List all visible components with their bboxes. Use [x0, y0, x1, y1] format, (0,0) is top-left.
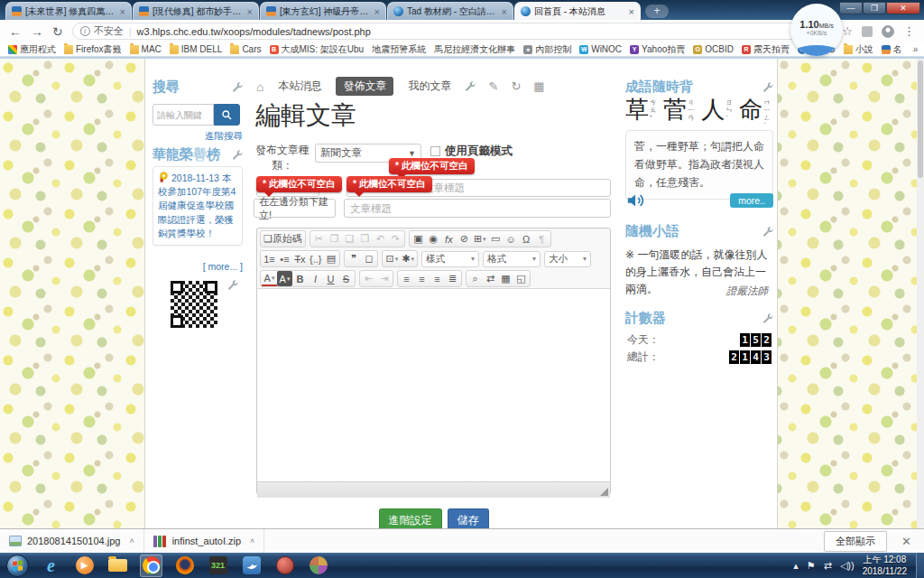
- horizontal-rule-icon[interactable]: ▭: [488, 231, 504, 247]
- taskbar-clock[interactable]: 上午 12:08 2018/11/22: [863, 554, 907, 577]
- article-subtitle-input[interactable]: [344, 199, 611, 218]
- idiom-more-button[interactable]: more..: [730, 193, 773, 208]
- taskbar-chrome-icon[interactable]: [140, 555, 162, 577]
- close-button[interactable]: ✕: [886, 2, 920, 14]
- paste-icon[interactable]: ❏: [342, 231, 357, 247]
- page-break-icon[interactable]: ¶: [534, 231, 550, 247]
- bold-icon[interactable]: B: [292, 271, 308, 286]
- nav-tab-post-active[interactable]: 發佈文章: [336, 77, 393, 96]
- browser-tab-2[interactable]: [現代修真] 都市妙手仙醫 作者： ×: [133, 2, 259, 20]
- page-scrollbar[interactable]: [917, 59, 924, 530]
- tab-close-icon[interactable]: ×: [247, 7, 253, 16]
- numbered-list-icon[interactable]: 1≡: [262, 251, 277, 266]
- taskbar-media-player-icon[interactable]: ▶: [73, 555, 96, 577]
- paste-word-icon[interactable]: ❒: [357, 231, 373, 247]
- refresh-icon[interactable]: ↻: [511, 79, 521, 93]
- profile-avatar[interactable]: [882, 25, 894, 38]
- bookmark-star-icon[interactable]: ☆: [842, 24, 853, 38]
- div-container-icon[interactable]: ◻: [361, 251, 376, 266]
- advanced-search-link[interactable]: 進階搜尋: [152, 130, 243, 143]
- action-center-flag-icon[interactable]: ⚑: [807, 560, 816, 572]
- taskbar-bird-app-icon[interactable]: [240, 555, 263, 577]
- settings-gear-icon[interactable]: ✱▾: [400, 251, 416, 266]
- align-justify-icon[interactable]: ≣: [445, 271, 460, 286]
- nav-tab-news[interactable]: 本站消息: [278, 79, 321, 94]
- align-left-icon[interactable]: ≡: [399, 271, 414, 286]
- nav-tab-mine[interactable]: 我的文章: [408, 79, 451, 94]
- taskbar-firefox-icon[interactable]: [173, 555, 196, 577]
- honor-more-link[interactable]: [ more... ]: [152, 261, 243, 272]
- wrench-icon[interactable]: [231, 81, 243, 93]
- blockquote-icon[interactable]: ❞: [346, 251, 361, 266]
- bookmark-item[interactable]: Firefox書籤: [64, 43, 122, 56]
- browser-tab-3[interactable]: [東方玄幻] 神級丹帝 作者：孤單 ×: [260, 2, 386, 20]
- find-icon[interactable]: ⌕: [467, 271, 483, 286]
- tab-mode-checkbox[interactable]: [430, 146, 440, 156]
- grid-icon[interactable]: ▦: [533, 79, 544, 93]
- start-button[interactable]: [6, 555, 29, 577]
- bookmark-item[interactable]: Cars: [230, 44, 261, 54]
- bookmark-item[interactable]: R露天拍賣: [742, 43, 790, 56]
- maximize-icon[interactable]: ◱: [513, 271, 529, 286]
- outdent-icon[interactable]: ⇤: [361, 271, 376, 286]
- taskbar-explorer-icon[interactable]: [106, 555, 129, 577]
- show-desktop-button[interactable]: [916, 553, 924, 578]
- wrench-icon[interactable]: [762, 312, 773, 324]
- redo-icon[interactable]: ↷: [388, 231, 403, 247]
- browser-tab-active[interactable]: 回首頁 - 本站消息 ×: [514, 2, 641, 20]
- size-select[interactable]: 大小▾: [544, 251, 591, 267]
- select-all-icon[interactable]: ▦: [498, 271, 513, 286]
- bookmark-item[interactable]: ●內部控制: [523, 43, 571, 56]
- wrench-icon[interactable]: [762, 81, 773, 93]
- taskbar-kmplayer-icon[interactable]: 321: [207, 555, 229, 577]
- close-downloads-icon[interactable]: ✕: [901, 535, 911, 548]
- maximize-button[interactable]: ❐: [863, 2, 886, 14]
- bookmark-item[interactable]: 名: [882, 43, 902, 56]
- back-icon[interactable]: ←: [9, 24, 22, 39]
- copy-icon[interactable]: ❐: [327, 231, 342, 247]
- tray-expand-icon[interactable]: ▴: [793, 560, 799, 572]
- search-input[interactable]: [152, 104, 214, 126]
- taskbar-ie-icon[interactable]: e: [40, 555, 62, 577]
- browser-tab-1[interactable]: [未來世界] 修真四萬年 作者：影 ×: [5, 2, 132, 20]
- bullet-list-icon[interactable]: •≡: [277, 251, 292, 266]
- bookmark-item[interactable]: 小說: [844, 43, 873, 56]
- smiley-icon[interactable]: ☺: [504, 231, 519, 247]
- search-button[interactable]: [214, 104, 240, 126]
- extension-icon[interactable]: [862, 26, 873, 37]
- browser-tab-4[interactable]: Tad 教材網 - 空白請先刪除標點 ×: [387, 2, 513, 20]
- strikethrough-icon[interactable]: S: [338, 271, 354, 286]
- source-button[interactable]: ❏ 原始碼: [262, 231, 304, 247]
- underline-icon[interactable]: U: [323, 271, 338, 286]
- bg-color-icon[interactable]: A▾: [277, 271, 292, 286]
- minimize-button[interactable]: —: [839, 2, 863, 14]
- tab-close-icon[interactable]: ×: [374, 7, 380, 16]
- undo-icon[interactable]: ↶: [373, 231, 388, 247]
- tab-close-icon[interactable]: ×: [120, 7, 125, 16]
- image-icon[interactable]: ▣: [411, 231, 426, 247]
- tab-close-icon[interactable]: ×: [629, 7, 634, 16]
- replace-icon[interactable]: ⇄: [483, 271, 498, 286]
- special-char-icon[interactable]: Ω: [519, 231, 534, 247]
- edit-icon[interactable]: ✎: [488, 79, 498, 93]
- tab-close-icon[interactable]: ×: [502, 7, 507, 16]
- format-select[interactable]: 格式▾: [483, 251, 541, 267]
- address-bar[interactable]: i 不安全 | w3.hlps.chc.edu.tw/xoops/modules…: [72, 23, 834, 40]
- bookmark-item[interactable]: YYahoo拍賣: [630, 43, 685, 56]
- volume-icon[interactable]: ◁)): [840, 560, 855, 572]
- bookmark-item[interactable]: MAC: [130, 44, 162, 54]
- italic-icon[interactable]: I: [308, 271, 323, 286]
- taskbar-red-app-icon[interactable]: [273, 555, 296, 577]
- math-icon[interactable]: fx: [441, 231, 457, 247]
- code-snippet-icon[interactable]: {..}: [308, 251, 323, 266]
- speaker-icon[interactable]: [625, 191, 647, 210]
- taskbar-paint-app-icon[interactable]: [307, 555, 329, 577]
- wrench-icon[interactable]: [226, 279, 238, 291]
- honor-news-card[interactable]: 2018-11-13 本校參加107年度第4屆健康促進學校國際認證評選，榮獲銅質…: [152, 166, 243, 246]
- editor-content-area[interactable]: [257, 288, 610, 481]
- wrench-icon[interactable]: [762, 226, 773, 238]
- wrench-icon[interactable]: [464, 80, 476, 92]
- chevron-up-icon[interactable]: ˄: [250, 536, 254, 545]
- indent-icon[interactable]: ⇥: [376, 271, 392, 286]
- bookmark-item[interactable]: OOCBID: [693, 44, 734, 54]
